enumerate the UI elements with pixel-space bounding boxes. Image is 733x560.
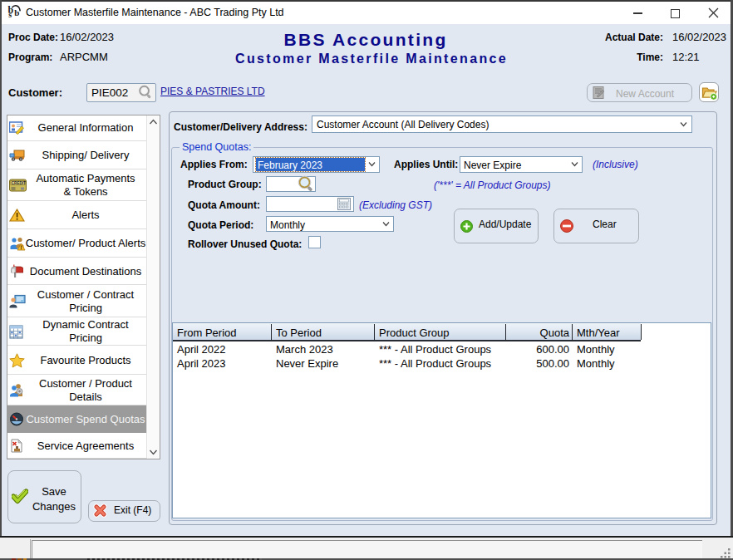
svg-text:b: b (14, 7, 19, 17)
svg-text:s: s (8, 10, 12, 19)
